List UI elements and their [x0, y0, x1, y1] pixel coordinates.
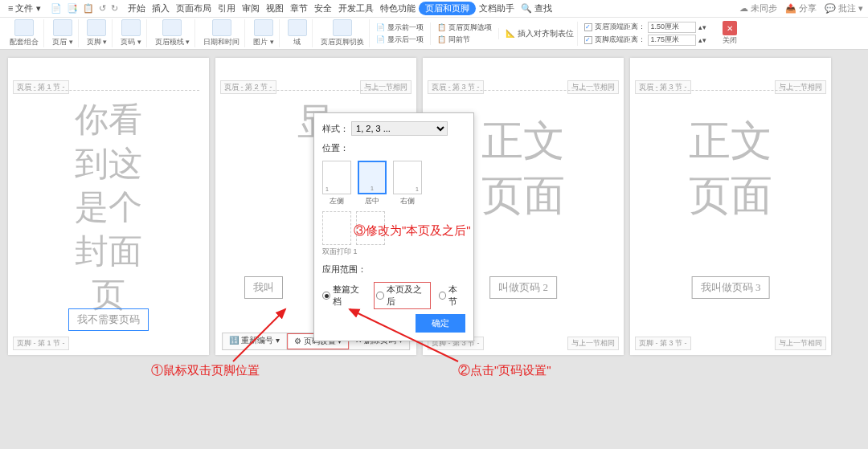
tab-section[interactable]: 章节	[287, 2, 311, 14]
page3-footer-box[interactable]: 叫做页码 2	[489, 276, 557, 299]
tab-layout[interactable]: 页面布局	[173, 2, 215, 14]
annotation-3: ③修改为"本页及之后"	[354, 223, 471, 239]
hdr-dist-check[interactable]: ✓	[584, 23, 592, 31]
show-next[interactable]: 📄显示后一项	[376, 35, 424, 45]
rg-switch[interactable]: 页眉页脚切换	[316, 19, 370, 47]
style-label: 样式：	[322, 124, 349, 133]
file-menu[interactable]: ≡ 文件 ▾	[5, 2, 44, 14]
annotation-2: ②点击"页码设置"	[458, 363, 551, 378]
tab-review[interactable]: 审阅	[239, 2, 263, 14]
hdr-tag-4: 页眉 - 第 3 节 -	[635, 80, 691, 94]
hdr-tag-2: 页眉 - 第 2 节 -	[220, 80, 276, 94]
tab-header-footer[interactable]: 页眉和页脚	[419, 2, 476, 15]
ftr-tag-1: 页脚 - 第 1 节 -	[13, 337, 69, 350]
hdr-tag-1: 页眉 - 第 1 节 -	[13, 80, 69, 94]
ftr-same-4: 与上一节相同	[775, 337, 826, 350]
hdr-tag-3: 页眉 - 第 3 节 -	[428, 80, 484, 94]
show-prev[interactable]: 📄显示前一项	[376, 22, 424, 33]
annotation-1: ①鼠标双击页脚位置	[151, 363, 260, 378]
page1-body: 你看到这是个封面页	[8, 98, 209, 317]
same-as-prev[interactable]: 📋同前节	[437, 35, 492, 45]
align-tab[interactable]: 📐插入对齐制表位	[498, 28, 574, 39]
rg-template[interactable]: 配套组合	[5, 19, 44, 47]
page1-footer-box[interactable]: 我不需要页码	[68, 308, 149, 331]
hdr-same-2: 与上一节相同	[360, 80, 411, 94]
scope-section[interactable]: 本节	[439, 284, 465, 308]
tab-insert[interactable]: 插入	[149, 2, 173, 14]
workspace: 页眉 - 第 1 节 - 你看到这是个封面页 我不需要页码 页脚 - 第 1 节…	[0, 50, 868, 449]
tab-feature[interactable]: 特色功能	[377, 2, 419, 14]
title-bar: ≡ 文件 ▾ 📄📑📋↺↻ 开始 插入 页面布局 引用 审阅 视图 章节 安全 开…	[0, 0, 868, 18]
pos-left[interactable]: 1左侧	[322, 161, 351, 206]
sync-status[interactable]: ☁ 未同步	[739, 2, 777, 14]
ftr-dist-input[interactable]: 1.75厘米	[648, 35, 696, 46]
ribbon: 配套组合 页眉 ▾ 页脚 ▾ 页码 ▾ 页眉模线 ▾ 日期和时间 图片 ▾ 域 …	[0, 18, 868, 50]
ftr-same-3: 与上一节相同	[567, 337, 619, 350]
pos-center[interactable]: 1居中	[358, 161, 387, 206]
rg-hdrline[interactable]: 页眉模线 ▾	[150, 19, 196, 47]
pos-label: 位置：	[322, 143, 349, 153]
rg-field[interactable]: 域	[283, 19, 313, 47]
share-btn[interactable]: 📤 分享	[785, 2, 817, 14]
ok-button[interactable]: 确定	[416, 314, 465, 333]
page-4: 页眉 - 第 3 节 - 与上一节相同 正文页面 我叫做页码 3 页脚 - 第 …	[630, 58, 831, 355]
page4-footer-box[interactable]: 我叫做页码 3	[692, 276, 770, 299]
tab-dochelper[interactable]: 文档助手	[476, 2, 518, 14]
rg-pagenum[interactable]: 页码 ▾	[116, 19, 147, 47]
tab-view[interactable]: 视图	[263, 2, 287, 14]
hdr-same-3: 与上一节相同	[567, 80, 619, 94]
rg-footer[interactable]: 页脚 ▾	[82, 19, 113, 47]
pos-right[interactable]: 1右侧	[393, 161, 422, 206]
search[interactable]: 🔍 查找	[518, 2, 555, 14]
close-hf[interactable]: ✕关闭	[718, 19, 742, 47]
rg-pic[interactable]: 图片 ▾	[248, 19, 280, 47]
page2-footer-box[interactable]: 我叫	[244, 276, 283, 299]
comment-btn[interactable]: 💬 批注 ▾	[825, 2, 863, 14]
style-select[interactable]: 1, 2, 3 ...	[351, 121, 448, 136]
scope-after[interactable]: 本页及之后	[374, 282, 431, 309]
hdr-dist-input[interactable]: 1.50厘米	[648, 22, 696, 33]
tab-refs[interactable]: 引用	[215, 2, 239, 14]
hf-options[interactable]: 📋页眉页脚选项	[437, 22, 492, 33]
scope-all[interactable]: 整篇文档	[322, 284, 366, 308]
scope-label: 应用范围：	[322, 264, 366, 274]
page4-body: 正文页面	[630, 114, 831, 222]
rg-header[interactable]: 页眉 ▾	[47, 19, 79, 47]
hdr-same-4: 与上一节相同	[775, 80, 826, 94]
qat-icons[interactable]: 📄📑📋↺↻	[51, 3, 118, 14]
tab-dev[interactable]: 开发工具	[335, 2, 377, 14]
page-1: 页眉 - 第 1 节 - 你看到这是个封面页 我不需要页码 页脚 - 第 1 节…	[8, 58, 209, 355]
rg-datetime[interactable]: 日期和时间	[199, 19, 245, 47]
mb-renumber[interactable]: 🔢 重新编号 ▾	[223, 333, 287, 349]
ftr-tag-4: 页脚 - 第 3 节 -	[635, 337, 691, 350]
duplex-label: 双面打印 1	[322, 247, 465, 257]
tab-start[interactable]: 开始	[125, 2, 149, 14]
ftr-dist-check[interactable]: ✓	[584, 36, 592, 44]
tab-safe[interactable]: 安全	[311, 2, 335, 14]
